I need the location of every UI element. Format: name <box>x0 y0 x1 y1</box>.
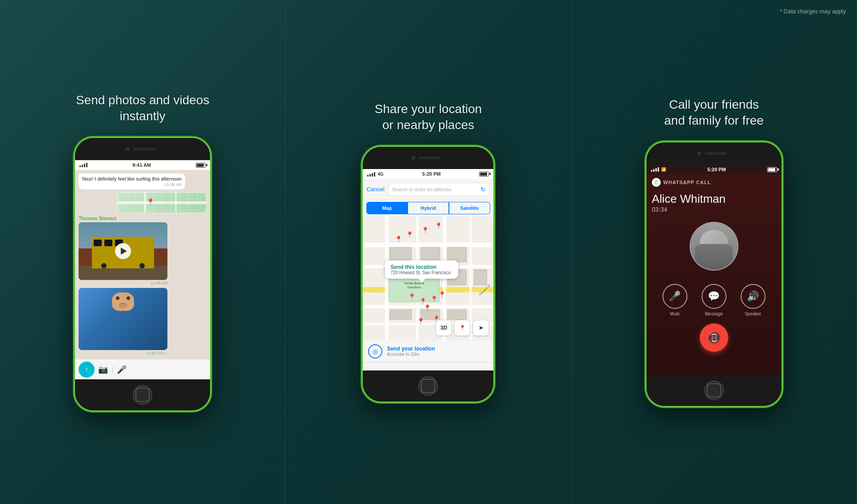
home-button-inner-3 <box>707 383 721 398</box>
map-tab-map[interactable]: Map <box>366 202 408 214</box>
caller-name: Alice Whitman <box>647 192 782 206</box>
home-button-inner-2 <box>421 379 435 393</box>
mic-icon[interactable]: 🎤 <box>117 365 127 374</box>
status-time-1: 9:41 AM <box>132 162 151 168</box>
speaker-button[interactable]: 🔊 <box>741 284 766 309</box>
network-type: 4G <box>377 172 383 177</box>
video-time: 11:45 AM <box>79 281 167 285</box>
camera-icon[interactable]: 📷 <box>98 365 108 374</box>
panel1-label: Send photos and videosinstantly <box>76 92 209 125</box>
battery-fill-2 <box>480 173 487 176</box>
phone-bottom-3 <box>647 375 782 406</box>
pug-face <box>112 292 134 311</box>
cancel-button[interactable]: Cancel <box>366 186 384 193</box>
message-label: Message <box>705 311 723 316</box>
send-location-label: Send your location <box>387 346 435 352</box>
map-3d-btn[interactable]: 3D <box>436 320 452 336</box>
battery-3 <box>767 167 777 172</box>
mute-button[interactable]: 🎤 <box>663 284 687 309</box>
pin-7: 📍 <box>430 295 438 303</box>
avatar-inner <box>690 223 738 270</box>
play-circle <box>115 243 131 259</box>
speaker-control: 🔊 Speaker <box>741 284 766 316</box>
pug-eye-r <box>127 296 130 300</box>
caller-avatar <box>690 222 738 271</box>
wa-logo: ✆ <box>652 178 661 187</box>
speaker-3 <box>705 152 727 155</box>
pin-green: 📍 <box>438 291 446 298</box>
map-tab-hybrid[interactable]: Hybrid <box>408 202 449 214</box>
send-location-row[interactable]: ◎ Send your location Accurate to 10m <box>363 340 493 362</box>
phone-screen-chat: 9:41 AM Nice! I definitely feel like sur… <box>75 160 210 379</box>
sb2-c <box>653 169 655 172</box>
panel-map: Share your locationor nearby places 4G 5… <box>286 0 571 504</box>
video-msg-container: Thomas Stewart <box>79 216 167 285</box>
mute-control: 🎤 Mute <box>663 284 687 316</box>
location-card[interactable]: 📍 Steamer Lane Santa Cruz Surfing... 71 … <box>117 192 206 213</box>
phone-bottom-2 <box>363 370 493 402</box>
status-bar-2: 4G 5:20 PM <box>363 169 493 179</box>
map-road-v2 <box>175 193 177 213</box>
pin-5: 📍 <box>408 293 416 300</box>
map-road-h1 <box>117 201 206 204</box>
phone-chat: 9:41 AM Nice! I definitely feel like sur… <box>74 137 211 412</box>
video-thumb[interactable] <box>79 222 167 280</box>
wa-call-text: WHATSAPP CALL <box>663 180 711 185</box>
panel3-label: Call your friendsand family for free <box>664 97 764 129</box>
chat-input-bar: ↑ 📷 | 🎤 <box>75 359 210 379</box>
camera-3 <box>698 152 701 155</box>
map-header: Cancel Search or enter an address ↻ <box>363 179 493 200</box>
photo-thumb[interactable] <box>79 288 167 350</box>
battery-fill-3 <box>768 168 775 171</box>
photo-msg-container: 11:48 AM ✓ <box>79 288 167 355</box>
phone-screen-call: 📶 5:20 PM ✆ WHATSAPP CALL Alice Whitman … <box>647 165 782 375</box>
message-button[interactable]: 💬 <box>702 284 726 309</box>
pin-8: 📍 <box>424 304 431 311</box>
battery-2 <box>479 172 489 177</box>
home-button-inner-1 <box>135 388 150 402</box>
chat-messages[interactable]: Nice! I definitely feel like surfing thi… <box>75 170 210 359</box>
phone-top-3 <box>647 142 782 165</box>
end-call-button[interactable]: 📵 <box>700 323 728 352</box>
sb3-c <box>655 168 657 172</box>
call-timer: 03:34 <box>647 206 782 213</box>
speaker-label: Speaker <box>745 311 761 316</box>
map-view[interactable]: Yerba BuenaGardens Howard St 📍 📍 📍 📍 📍 📍… <box>363 216 493 340</box>
map-tab-satellite[interactable]: Satellite <box>449 202 490 214</box>
phone-call: 📶 5:20 PM ✆ WHATSAPP CALL Alice Whitman … <box>645 141 783 407</box>
sb1-c <box>651 170 652 172</box>
home-button-3[interactable] <box>704 381 724 400</box>
map-bottom: ◎ Send your location Accurate to 10m Sho… <box>363 340 493 370</box>
play-button[interactable] <box>79 222 167 280</box>
msg-time-1: 11:38 AM <box>82 182 182 187</box>
home-button-1[interactable] <box>133 385 152 405</box>
search-placeholder: Search or enter an address <box>392 187 478 192</box>
block-1 <box>389 247 412 262</box>
battery-fill-1 <box>197 164 204 167</box>
show-places-row[interactable]: Show Places ⌃ <box>363 362 493 370</box>
pin-3: 📍 <box>406 231 413 238</box>
refresh-icon[interactable]: ↻ <box>480 186 486 193</box>
map-locate-btn[interactable]: ➤ <box>473 320 489 336</box>
block-8 <box>447 309 467 320</box>
home-button-2[interactable] <box>418 376 438 396</box>
search-field[interactable]: Search or enter an address ↻ <box>388 183 490 196</box>
speaker-1 <box>133 148 155 150</box>
pug-nose <box>119 303 127 308</box>
popup-arrow <box>418 279 425 282</box>
signal-bar-2 <box>82 165 83 167</box>
send-button[interactable]: ↑ <box>79 362 95 378</box>
pin-1: 📍 <box>395 236 402 243</box>
popup-addr: 720 Howard St, San Francisco <box>390 270 453 275</box>
map-pin-btn[interactable]: 📍 <box>454 320 470 336</box>
location-popup: Send this location 720 Howard St, San Fr… <box>385 260 458 279</box>
photo-time: 11:48 AM ✓ <box>79 351 167 355</box>
status-bar-1: 9:41 AM <box>75 160 210 170</box>
map-controls: 3D 📍 ➤ <box>436 320 489 336</box>
msg-text-1: Nice! I definitely feel like surfing thi… <box>82 176 182 181</box>
body <box>695 244 733 270</box>
signal-bar-4 <box>86 163 87 167</box>
play-triangle <box>121 248 127 255</box>
message-control: 💬 Message <box>702 284 726 316</box>
wifi-icon: 📶 <box>661 167 666 172</box>
